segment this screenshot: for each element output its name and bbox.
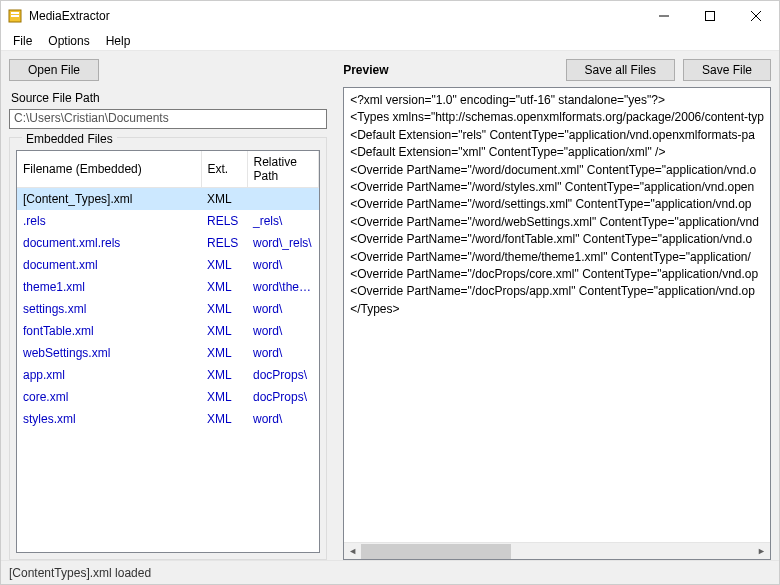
cell-ext: XML [201, 254, 247, 276]
preview-label: Preview [343, 63, 565, 77]
right-pane: Preview Save all Files Save File <?xml v… [335, 51, 779, 560]
cell-filename: styles.xml [17, 408, 201, 430]
cell-filename: core.xml [17, 386, 201, 408]
scroll-thumb[interactable] [361, 544, 511, 559]
preview-line: <?xml version="1.0" encoding="utf-16" st… [350, 92, 764, 109]
menu-options[interactable]: Options [40, 32, 97, 50]
preview-line: </Types> [350, 301, 764, 318]
cell-filename: document.xml.rels [17, 232, 201, 254]
cell-relpath: word\_rels\ [247, 232, 319, 254]
preview-line: <Override PartName="/word/webSettings.xm… [350, 214, 764, 231]
cell-relpath: word\ [247, 342, 319, 364]
cell-relpath: word\ [247, 254, 319, 276]
table-row[interactable]: fontTable.xmlXMLword\ [17, 320, 319, 342]
menubar: File Options Help [1, 31, 779, 51]
preview-line: <Override PartName="/word/styles.xml" Co… [350, 179, 764, 196]
status-text: [ContentTypes].xml loaded [9, 566, 151, 580]
app-title: MediaExtractor [29, 9, 641, 23]
minimize-button[interactable] [641, 1, 687, 31]
scroll-right-arrow-icon[interactable]: ► [753, 543, 770, 560]
table-row[interactable]: theme1.xmlXMLword\theme\ [17, 276, 319, 298]
svg-rect-2 [11, 15, 19, 17]
cell-ext: XML [201, 320, 247, 342]
col-header-ext[interactable]: Ext. [201, 151, 247, 188]
preview-line: <Override PartName="/word/document.xml" … [350, 162, 764, 179]
cell-relpath: word\ [247, 408, 319, 430]
source-path-field[interactable]: C:\Users\Cristian\Documents [9, 109, 327, 129]
table-row[interactable]: settings.xmlXMLword\ [17, 298, 319, 320]
cell-relpath: word\theme\ [247, 276, 319, 298]
cell-ext: RELS [201, 232, 247, 254]
statusbar: [ContentTypes].xml loaded [1, 560, 779, 584]
preview-line: <Types xmlns="http://schemas.openxmlform… [350, 109, 764, 126]
menu-help[interactable]: Help [98, 32, 139, 50]
svg-rect-4 [706, 12, 715, 21]
cell-relpath: docProps\ [247, 386, 319, 408]
titlebar: MediaExtractor [1, 1, 779, 31]
cell-ext: XML [201, 364, 247, 386]
cell-ext: XML [201, 386, 247, 408]
cell-filename: fontTable.xml [17, 320, 201, 342]
open-file-button[interactable]: Open File [9, 59, 99, 81]
cell-relpath: docProps\ [247, 364, 319, 386]
preview-line: <Override PartName="/word/fontTable.xml"… [350, 231, 764, 248]
window-controls [641, 1, 779, 31]
cell-ext: XML [201, 188, 247, 211]
preview-line: <Override PartName="/docProps/core.xml" … [350, 266, 764, 283]
cell-ext: XML [201, 342, 247, 364]
cell-ext: XML [201, 298, 247, 320]
left-pane: Open File Source File Path C:\Users\Cris… [1, 51, 335, 560]
cell-relpath [247, 188, 319, 211]
embedded-files-table[interactable]: Filename (Embedded) Ext. Relative Path [… [16, 150, 320, 553]
save-file-button[interactable]: Save File [683, 59, 771, 81]
embedded-files-group: Embedded Files Filename (Embedded) Ext. … [9, 137, 327, 560]
table-row[interactable]: styles.xmlXMLword\ [17, 408, 319, 430]
col-header-filename[interactable]: Filename (Embedded) [17, 151, 201, 188]
table-row[interactable]: webSettings.xmlXMLword\ [17, 342, 319, 364]
source-path-label: Source File Path [11, 91, 327, 105]
cell-relpath: word\ [247, 320, 319, 342]
table-row[interactable]: core.xmlXMLdocProps\ [17, 386, 319, 408]
app-window: MediaExtractor File Options Help Open Fi… [0, 0, 780, 585]
scroll-left-arrow-icon[interactable]: ◄ [344, 543, 361, 560]
table-row[interactable]: app.xmlXMLdocProps\ [17, 364, 319, 386]
maximize-button[interactable] [687, 1, 733, 31]
cell-ext: RELS [201, 210, 247, 232]
col-header-relpath[interactable]: Relative Path [247, 151, 319, 188]
cell-relpath: word\ [247, 298, 319, 320]
cell-filename: .rels [17, 210, 201, 232]
preview-horizontal-scrollbar[interactable]: ◄ ► [344, 542, 770, 559]
table-row[interactable]: .relsRELS_rels\ [17, 210, 319, 232]
cell-filename: webSettings.xml [17, 342, 201, 364]
embedded-files-label: Embedded Files [22, 132, 117, 146]
preview-line: <Override PartName="/docProps/app.xml" C… [350, 283, 764, 300]
cell-filename: document.xml [17, 254, 201, 276]
main-area: Open File Source File Path C:\Users\Cris… [1, 51, 779, 560]
table-row[interactable]: document.xmlXMLword\ [17, 254, 319, 276]
cell-filename: theme1.xml [17, 276, 201, 298]
preview-line: <Default Extension="rels" ContentType="a… [350, 127, 764, 144]
cell-filename: settings.xml [17, 298, 201, 320]
preview-line: <Override PartName="/word/theme/theme1.x… [350, 249, 764, 266]
save-all-files-button[interactable]: Save all Files [566, 59, 675, 81]
menu-file[interactable]: File [5, 32, 40, 50]
cell-ext: XML [201, 276, 247, 298]
cell-relpath: _rels\ [247, 210, 319, 232]
table-row[interactable]: [Content_Types].xmlXML [17, 188, 319, 211]
cell-filename: [Content_Types].xml [17, 188, 201, 211]
cell-ext: XML [201, 408, 247, 430]
close-button[interactable] [733, 1, 779, 31]
svg-rect-1 [11, 12, 19, 14]
table-row[interactable]: document.xml.relsRELSword\_rels\ [17, 232, 319, 254]
app-icon [7, 8, 23, 24]
preview-box[interactable]: <?xml version="1.0" encoding="utf-16" st… [343, 87, 771, 560]
preview-line: <Override PartName="/word/settings.xml" … [350, 196, 764, 213]
preview-line: <Default Extension="xml" ContentType="ap… [350, 144, 764, 161]
cell-filename: app.xml [17, 364, 201, 386]
